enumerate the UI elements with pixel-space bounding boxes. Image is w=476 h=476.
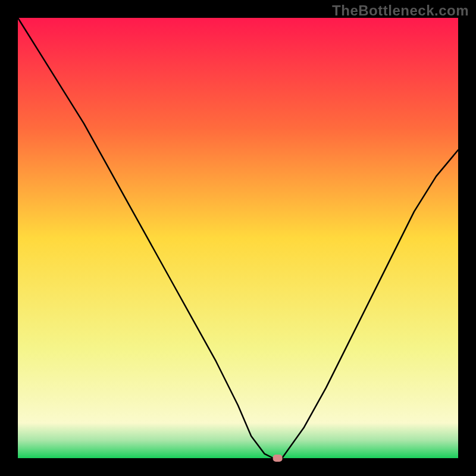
chart-svg (0, 0, 476, 476)
plot-background-gradient (18, 18, 458, 458)
optimum-marker (273, 455, 283, 462)
watermark-text: TheBottleneck.com (332, 2, 469, 19)
chart-container: TheBottleneck.com (0, 0, 476, 476)
